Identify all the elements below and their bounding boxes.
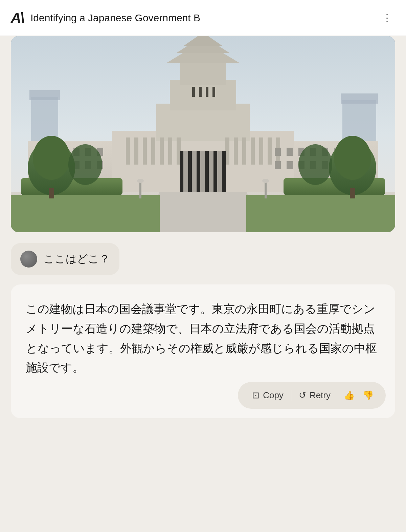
svg-rect-51 — [287, 148, 293, 156]
anthropic-logo: A\ — [11, 10, 24, 26]
svg-rect-57 — [287, 161, 293, 169]
user-message-bubble: ここはどこ？ — [11, 243, 119, 275]
thumbs-down-button[interactable]: 👎 — [359, 387, 378, 403]
svg-rect-14 — [126, 137, 130, 165]
svg-rect-30 — [192, 151, 197, 192]
thumbs-down-icon: 👎 — [363, 390, 374, 400]
svg-point-80 — [262, 179, 269, 183]
thumbs-up-icon: 👍 — [344, 390, 355, 400]
svg-rect-18 — [160, 137, 164, 165]
svg-rect-35 — [199, 87, 202, 97]
action-buttons-bar: ⊡ Copy ↺ Retry 👍 👎 — [238, 382, 386, 409]
svg-rect-25 — [259, 137, 263, 165]
action-divider-2 — [338, 390, 338, 401]
svg-rect-71 — [49, 188, 54, 198]
svg-point-73 — [334, 136, 371, 180]
retry-button[interactable]: ↺ Retry — [293, 387, 337, 403]
action-divider-1 — [291, 390, 291, 401]
svg-rect-19 — [168, 137, 172, 165]
svg-rect-10 — [180, 63, 226, 85]
svg-point-70 — [33, 136, 70, 180]
retry-label: Retry — [310, 390, 331, 401]
svg-rect-17 — [151, 137, 155, 165]
svg-rect-33 — [217, 151, 222, 192]
content-area: ここはどこ？ この建物は日本の国会議事堂です。東京の永田町にある重厚でシンメトリ… — [0, 232, 406, 532]
svg-rect-15 — [134, 137, 138, 165]
svg-rect-22 — [234, 137, 238, 165]
copy-icon: ⊡ — [252, 390, 260, 401]
svg-rect-26 — [268, 137, 272, 165]
copy-button[interactable]: ⊡ Copy — [246, 387, 290, 403]
svg-rect-29 — [183, 151, 188, 192]
more-options-icon[interactable]: ⋮ — [380, 9, 395, 26]
svg-rect-36 — [206, 87, 208, 97]
svg-rect-74 — [350, 188, 355, 198]
svg-rect-67 — [11, 195, 160, 232]
thumbs-up-button[interactable]: 👍 — [340, 387, 359, 403]
svg-rect-77 — [139, 182, 141, 198]
svg-rect-16 — [143, 137, 147, 165]
svg-rect-50 — [275, 148, 281, 156]
svg-rect-4 — [341, 93, 378, 104]
svg-rect-68 — [246, 195, 395, 232]
conversation-title: Identifying a Japanese Government B — [30, 12, 373, 24]
svg-point-78 — [137, 179, 144, 183]
ai-response-text: この建物は日本の国会議事堂です。東京の永田町にある重厚でシンメトリーな石造りの建… — [26, 299, 380, 378]
image-card — [11, 36, 395, 232]
user-message-text: ここはどこ？ — [43, 252, 110, 267]
app-header: A\ Identifying a Japanese Government B ⋮ — [0, 0, 406, 36]
ai-response-bubble: この建物は日本の国会議事堂です。東京の永田町にある重厚でシンメトリーな石造りの建… — [11, 284, 395, 418]
svg-rect-24 — [251, 137, 255, 165]
svg-rect-31 — [200, 151, 205, 192]
svg-rect-37 — [212, 87, 215, 97]
svg-rect-56 — [275, 161, 281, 169]
svg-marker-66 — [141, 192, 265, 232]
svg-rect-2 — [29, 90, 60, 100]
copy-label: Copy — [263, 390, 284, 401]
svg-rect-34 — [192, 87, 195, 97]
svg-point-76 — [298, 144, 332, 185]
svg-rect-23 — [242, 137, 246, 165]
user-avatar — [20, 251, 37, 268]
svg-rect-79 — [265, 182, 267, 198]
building-image — [11, 36, 395, 232]
svg-rect-32 — [209, 151, 213, 192]
retry-icon: ↺ — [299, 390, 306, 401]
svg-point-75 — [68, 144, 102, 185]
